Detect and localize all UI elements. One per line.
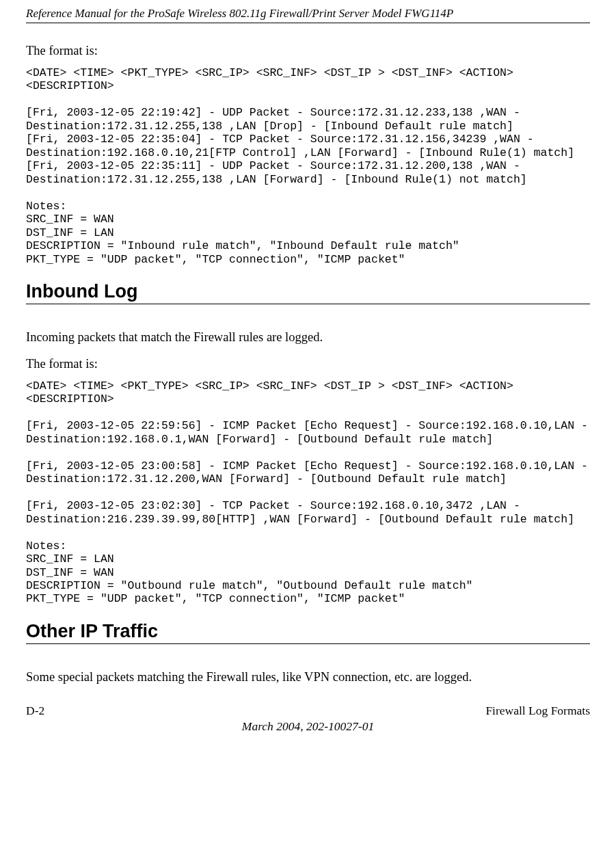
page-container: Reference Manual for the ProSafe Wireles… <box>0 0 616 754</box>
footer-date-doc: March 2004, 202-10027-01 <box>26 719 590 734</box>
log-block-2: <DATE> <TIME> <PKT_TYPE> <SRC_IP> <SRC_I… <box>26 380 590 606</box>
footer-page-number: D-2 <box>26 704 44 718</box>
heading-inbound-log: Inbound Log <box>26 281 590 304</box>
heading-other-ip-traffic: Other IP Traffic <box>26 621 590 644</box>
spacer <box>26 644 590 659</box>
running-header: Reference Manual for the ProSafe Wireles… <box>26 7 590 23</box>
page-footer: D-2 Firewall Log Formats March 2004, 202… <box>26 704 590 734</box>
other-intro: Some special packets matching the Firewa… <box>26 669 590 686</box>
format-label-1: The format is: <box>26 42 590 59</box>
inbound-intro: Incoming packets that match the Firewall… <box>26 329 590 346</box>
footer-section-title: Firewall Log Formats <box>485 704 590 718</box>
log-block-1: <DATE> <TIME> <PKT_TYPE> <SRC_IP> <SRC_I… <box>26 66 590 266</box>
spacer <box>26 304 590 319</box>
footer-row: D-2 Firewall Log Formats <box>26 704 590 718</box>
format-label-2: The format is: <box>26 356 590 373</box>
